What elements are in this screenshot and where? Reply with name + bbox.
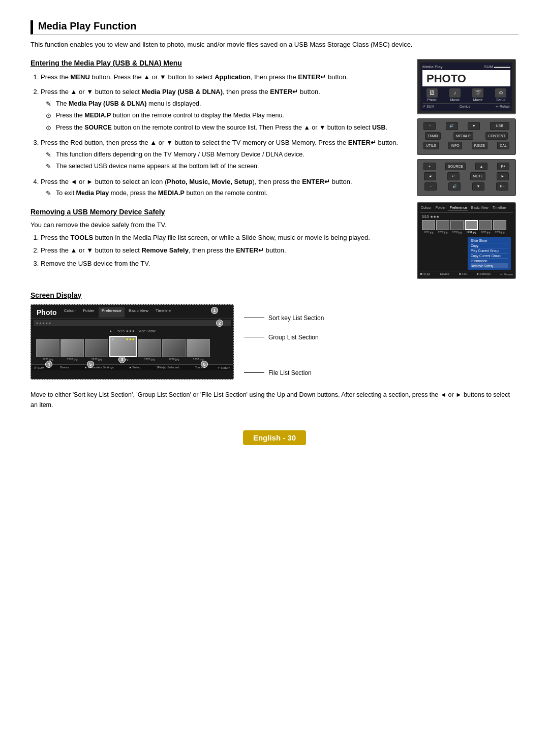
remote-btn-minus-2: − (424, 182, 437, 191)
note-icon-3: ⊙ (46, 123, 54, 133)
legend-column: Sort key List Section Group List Section… (244, 304, 324, 380)
photo-tab-pref: Preference (448, 205, 468, 210)
remote-btn-down-2: ▼ (472, 182, 484, 191)
file-1232: 1232.jpg (60, 339, 84, 361)
checkmark-1234: ✓ (111, 337, 114, 341)
remote-btn-info: INFO (448, 142, 462, 149)
tv-screen-mockup: Media Play SUM ▬▬▬▬ PHOTO 🖼 Photo ♪ Musi… (417, 59, 516, 114)
badge-4: 4 (45, 361, 52, 368)
remove-step-2: Press the ▲ or ▼ button to select Remove… (41, 245, 407, 256)
intro-text: This function enables you to view and li… (30, 40, 518, 50)
entering-title: Entering the Media Play (USB & DLNA) Men… (30, 59, 407, 67)
photo-thumb-1231: 1231.jpg (422, 220, 435, 234)
tab-timeline: Timeline (152, 307, 174, 318)
removing-intro: You can remove the device safely from th… (30, 221, 407, 229)
file-1237: 1237.jpg (187, 339, 210, 361)
legend-sort-key: Sort key List Section (244, 314, 324, 322)
remote-btn-p-plus: P+ (497, 163, 509, 170)
file-list-area: ▲ 5/15 ★★★ Slide Show 1231.jpg 1232.jpg (31, 327, 233, 364)
page-footer: English - 30 (30, 425, 518, 445)
remote-btn-speaker: 🔊 (446, 122, 458, 130)
bottom-device: Device (60, 366, 69, 369)
file-thumb-row: 1231.jpg 1232.jpg 1233.jpg ✓ (34, 334, 231, 362)
remote-btn-up-2: ▲ (475, 163, 487, 170)
bottom-selected-count: 1File(s) Selected (156, 366, 179, 369)
label-1236: 1236.jpg (168, 358, 179, 361)
note-text-6: To exit Media Play mode, press the MEDIA… (56, 188, 267, 198)
remote-control-1: − 🔊 ▼ USB TXMIX MEDIA.P CONTENT UTILS IN… (417, 118, 516, 155)
photo-thumb-1236: 1236.jpg (493, 220, 506, 234)
remote-btn-speaker-2: 🔊 (448, 182, 461, 191)
note-icon-2: ⊙ (46, 111, 54, 121)
remote-btn-plus-2: + (423, 163, 436, 170)
tv-label-sum: SUM ▬▬▬▬ (484, 65, 510, 69)
remote-btn-right-2: ► (497, 172, 509, 180)
file-1235: 1235.jpg (138, 339, 161, 361)
removing-section: Removing a USB Memory Device Safely You … (30, 208, 407, 269)
tv-icon-music: ♪ Music (449, 88, 461, 102)
label-1231: 1231.jpg (42, 358, 53, 361)
context-menu: Slide Show Copy Play Current Group Copy … (468, 237, 511, 270)
remote-btn-source: SOURCE (445, 163, 466, 170)
file-1234: ✓ ★★★ 3 1234.jpg (109, 336, 137, 361)
entering-section: Entering the Media Play (USB & DLNA) Men… (30, 59, 407, 199)
note-text-3: Press the SOURCE button on the remote co… (56, 123, 387, 133)
label-1235: 1235.jpg (144, 358, 155, 361)
removing-title: Removing a USB Memory Device Safely (30, 208, 407, 216)
bottom-return: ↩ Return (218, 366, 230, 369)
photo-thumb-1233: 1233.jpg (450, 220, 464, 234)
photo-tab-folder: Folder (435, 205, 447, 210)
note-icon-6: ✎ (46, 188, 54, 199)
tab-folder: Folder (80, 307, 98, 318)
screen-display-footer-note: Move to either 'Sort key List Section', … (30, 390, 518, 410)
tv-icon-setup: ⚙ Setup (495, 88, 506, 102)
photo-thumb-1235: 1235.jpg (479, 220, 492, 234)
step-3: Press the Red button, then press the ▲ o… (41, 138, 407, 172)
note-icon-4: ✎ (46, 150, 54, 160)
rating-1234: ★★★ (126, 337, 135, 341)
legend-file-list: File List Section (244, 369, 324, 376)
file-1236: 1236.jpg (162, 339, 186, 361)
note-text-4: This function differs depending on the T… (56, 150, 304, 160)
remote-btn-enter: ↵ (447, 172, 460, 180)
tab-preference: Preference (99, 307, 125, 318)
large-screen-mockup: Photo Colour Folder Preference Basic Vie… (30, 304, 234, 380)
file-1231: 1231.jpg (36, 339, 59, 361)
page-title: Media Play Function (30, 20, 518, 35)
remote-btn-usb: USB (490, 122, 509, 130)
ctx-remove-safely: Remove Safely (471, 264, 508, 268)
remote-btn-mediap: MEDIA.P (453, 132, 473, 140)
remote-btn-mute: MUTE (470, 172, 485, 180)
note-text-1: The Media Play (USB & DLNA) menu is disp… (56, 99, 201, 109)
badge-5: 5 (87, 361, 94, 368)
tv-icon-movie: 🎬 Movie (472, 88, 483, 102)
remote-btn-content: CONTENT (485, 132, 508, 140)
sort-key-row: Photo Colour Folder Preference Basic Vie… (31, 305, 233, 319)
photo-thumb-1232: 1232.jpg (436, 220, 449, 234)
file-1233: 1233.jpg (85, 339, 108, 361)
step-1: Press the MENU button. Press the ▲ or ▼ … (41, 72, 407, 82)
remote-btn-cal: CAL (497, 142, 509, 149)
note-icon-5: ✎ (46, 162, 54, 172)
selection-info: ▲ 5/15 ★★★ Slide Show (34, 329, 231, 333)
label-1232: 1232.jpg (67, 358, 77, 361)
badge-1: 1 (211, 307, 218, 314)
group-dots-left: ● ● ● ● ● (36, 321, 51, 325)
ctx-play-current: Play Current Group (471, 248, 508, 254)
bottom-sum: ⇄ SUM (34, 366, 44, 369)
step-2: Press the ▲ or ▼ button to select Media … (41, 87, 407, 133)
ctx-slide-show: Slide Show (471, 238, 508, 243)
remove-step-3: Remove the USB device from the TV. (41, 259, 407, 269)
page-footer-badge: English - 30 (243, 430, 306, 445)
remote-control-2: + SOURCE ▲ P+ ◄ ↵ MUTE ► − 🔊 ▼ P− (417, 159, 516, 196)
tv-icon-photo: 🖼 Photo (426, 88, 438, 102)
step-4: Press the ◄ or ► button to select an ico… (41, 177, 407, 199)
tv-bottom-sum: ⇄ SUM (422, 105, 435, 109)
photo-tab-timeline: Timeline (492, 205, 507, 210)
remote-btn-p-minus: P− (496, 182, 508, 191)
group-list-bar: ● ● ● ● ● 2 (34, 320, 231, 326)
screen-display-title: Screen Display (30, 291, 518, 299)
photo-screen-mockup: Colour Folder Preference Basic View Time… (417, 202, 516, 279)
label-1237: 1237.jpg (193, 358, 203, 361)
note-icon-1: ✎ (46, 99, 54, 109)
